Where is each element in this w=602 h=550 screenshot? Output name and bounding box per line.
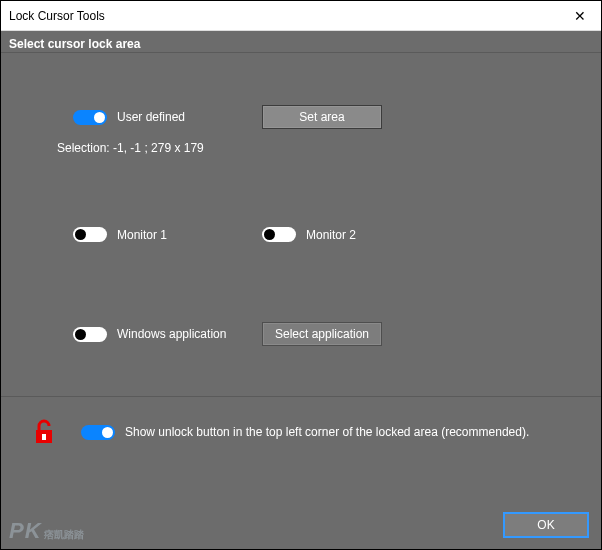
divider bbox=[1, 396, 601, 397]
toggle-knob bbox=[94, 112, 105, 123]
watermark: PK痞凱踏踏 bbox=[9, 518, 84, 544]
label-monitor-1: Monitor 1 bbox=[117, 228, 212, 242]
label-windows-app: Windows application bbox=[117, 327, 252, 341]
label-user-defined: User defined bbox=[117, 110, 212, 124]
label-monitor-2: Monitor 2 bbox=[306, 228, 356, 242]
row-windows-app: Windows application Select application bbox=[73, 322, 575, 346]
row-user-defined: User defined Set area bbox=[73, 105, 575, 129]
toggle-user-defined[interactable] bbox=[73, 110, 107, 125]
set-area-button[interactable]: Set area bbox=[262, 105, 382, 129]
toggle-knob bbox=[102, 427, 113, 438]
label-show-unlock: Show unlock button in the top left corne… bbox=[125, 425, 529, 439]
toggle-monitor-1[interactable] bbox=[73, 227, 107, 242]
select-application-button[interactable]: Select application bbox=[262, 322, 382, 346]
row-show-unlock: Show unlock button in the top left corne… bbox=[33, 419, 601, 445]
toggle-windows-app[interactable] bbox=[73, 327, 107, 342]
section-header: Select cursor lock area bbox=[1, 31, 601, 53]
footer-buttons: OK bbox=[503, 512, 589, 538]
selection-text: Selection: -1, -1 ; 279 x 179 bbox=[57, 141, 575, 155]
close-button[interactable]: ✕ bbox=[559, 1, 601, 31]
row-monitors: Monitor 1 Monitor 2 bbox=[73, 227, 575, 242]
window-title: Lock Cursor Tools bbox=[9, 9, 105, 23]
dialog-body: Select cursor lock area User defined Set… bbox=[1, 31, 601, 550]
unlock-icon bbox=[33, 419, 55, 445]
svg-rect-1 bbox=[42, 434, 46, 440]
toggle-monitor-2[interactable] bbox=[262, 227, 296, 242]
ok-button[interactable]: OK bbox=[503, 512, 589, 538]
toggle-knob bbox=[75, 329, 86, 340]
toggle-knob bbox=[75, 229, 86, 240]
titlebar: Lock Cursor Tools ✕ bbox=[1, 1, 601, 31]
toggle-knob bbox=[264, 229, 275, 240]
toggle-show-unlock[interactable] bbox=[81, 425, 115, 440]
close-icon: ✕ bbox=[574, 8, 586, 24]
